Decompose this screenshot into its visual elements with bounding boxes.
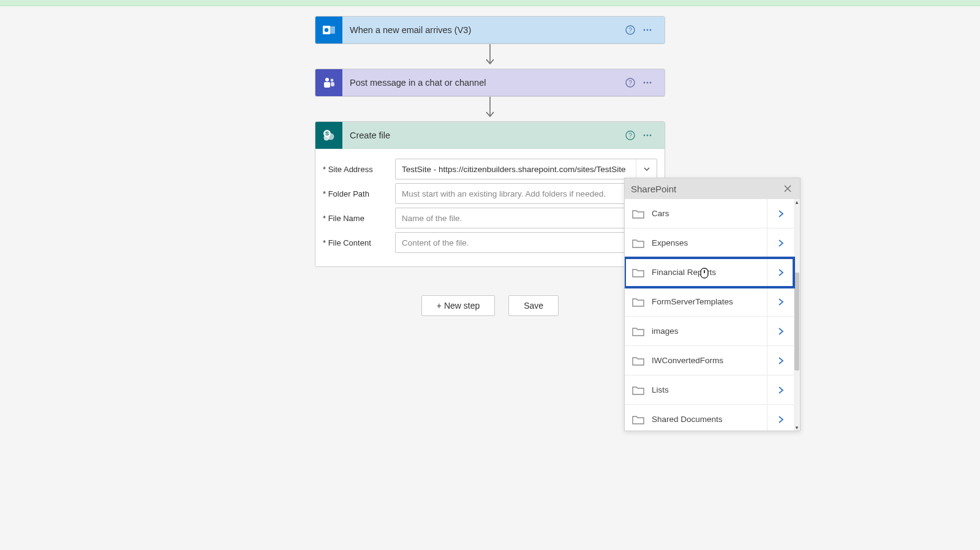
svg-point-7 [650, 29, 652, 31]
more-icon[interactable] [639, 127, 656, 144]
chevron-right-icon[interactable] [767, 287, 794, 316]
more-icon[interactable] [639, 21, 656, 39]
svg-text:S: S [325, 130, 329, 137]
folder-row[interactable]: Shared Documents [625, 405, 794, 431]
save-button[interactable]: Save [508, 295, 559, 316]
folder-icon [625, 297, 652, 307]
chevron-right-icon[interactable] [767, 346, 794, 375]
svg-point-10 [331, 78, 334, 81]
chevron-right-icon[interactable] [767, 199, 794, 228]
folder-row[interactable]: IWConvertedForms [625, 346, 794, 375]
svg-point-26 [647, 134, 649, 136]
new-step-button[interactable]: + New step [421, 295, 495, 316]
folder-icon [625, 209, 652, 219]
flow-canvas: When a new email arrives (V3) ? Post mes… [0, 16, 980, 550]
outlook-icon [315, 17, 342, 43]
chevron-right-icon[interactable] [767, 317, 794, 345]
svg-point-5 [644, 29, 646, 31]
folder-name: FormServerTemplates [652, 297, 767, 306]
close-icon[interactable] [782, 183, 794, 195]
folder-name: Financial Reports [652, 268, 767, 277]
svg-point-2 [325, 28, 328, 31]
chevron-down-icon[interactable] [636, 159, 657, 179]
flow-arrow [315, 97, 665, 121]
action-body: * Site Address TestSite - https://citize… [315, 149, 665, 266]
site-address-value: TestSite - https://citizenbuilders.share… [396, 159, 636, 179]
folder-row[interactable]: images [625, 317, 794, 346]
svg-rect-1 [328, 26, 335, 34]
trigger-card[interactable]: When a new email arrives (V3) ? [315, 16, 665, 44]
folder-row[interactable]: Cars [625, 199, 794, 228]
folder-row[interactable]: Lists [625, 375, 794, 405]
file-name-label: * File Name [323, 214, 395, 223]
svg-text:?: ? [628, 27, 632, 34]
sharepoint-action-title: Create file [342, 130, 622, 140]
folder-name: IWConvertedForms [652, 356, 767, 365]
teams-action-title: Post message in a chat or channel [342, 78, 622, 88]
more-icon[interactable] [639, 74, 656, 91]
svg-point-16 [647, 81, 649, 83]
chevron-right-icon[interactable] [767, 405, 794, 431]
folder-name: Expenses [652, 238, 767, 247]
scroll-up-icon[interactable]: ▲ [794, 199, 800, 205]
folder-row[interactable]: Financial Reports [625, 258, 794, 287]
file-content-label: * File Content [323, 238, 395, 247]
scroll-down-icon[interactable]: ▼ [794, 424, 800, 431]
teams-icon [315, 69, 342, 96]
scrollbar[interactable]: ▲ ▼ [794, 199, 800, 431]
sharepoint-action-card[interactable]: S Create file ? * Site Address TestSite … [315, 121, 665, 267]
svg-point-27 [650, 134, 652, 136]
flow-arrow [315, 44, 665, 69]
folder-row[interactable]: Expenses [625, 228, 794, 258]
site-address-dropdown[interactable]: TestSite - https://citizenbuilders.share… [395, 159, 657, 179]
sharepoint-icon: S [315, 122, 342, 149]
svg-point-15 [644, 81, 646, 83]
folder-picker-panel: SharePoint CarsExpensesFinancial Reports… [624, 178, 801, 431]
chevron-right-icon[interactable] [767, 258, 794, 287]
folder-icon [625, 385, 652, 395]
svg-rect-12 [331, 82, 334, 86]
svg-point-17 [650, 81, 652, 83]
chevron-right-icon[interactable] [767, 375, 794, 404]
help-icon[interactable]: ? [622, 74, 639, 91]
folder-icon [625, 415, 652, 424]
svg-text:?: ? [628, 132, 632, 139]
chevron-right-icon[interactable] [767, 228, 794, 257]
folder-path-input[interactable] [396, 184, 636, 203]
teams-action-card[interactable]: Post message in a chat or channel ? [315, 69, 665, 97]
folder-icon [625, 356, 652, 366]
folder-path-label: * Folder Path [323, 189, 395, 198]
file-content-input[interactable] [396, 233, 657, 252]
folder-icon [625, 238, 652, 248]
help-icon[interactable]: ? [622, 21, 639, 39]
folder-icon [625, 268, 652, 277]
folder-name: images [652, 326, 767, 336]
folder-name: Shared Documents [652, 415, 767, 424]
trigger-title: When a new email arrives (V3) [342, 25, 622, 35]
file-name-input[interactable] [396, 208, 657, 228]
svg-point-6 [647, 29, 649, 31]
svg-point-9 [325, 78, 329, 81]
scrollbar-thumb[interactable] [794, 273, 799, 371]
site-address-label: * Site Address [323, 165, 395, 174]
help-icon[interactable]: ? [622, 127, 639, 144]
folder-name: Lists [652, 385, 767, 394]
folder-picker-title: SharePoint [631, 184, 676, 194]
svg-text:?: ? [628, 80, 632, 86]
svg-point-25 [644, 134, 646, 136]
folder-icon [625, 326, 652, 336]
svg-rect-11 [324, 82, 330, 88]
folder-row[interactable]: FormServerTemplates [625, 287, 794, 317]
notification-banner [0, 0, 980, 6]
folder-name: Cars [652, 209, 767, 218]
